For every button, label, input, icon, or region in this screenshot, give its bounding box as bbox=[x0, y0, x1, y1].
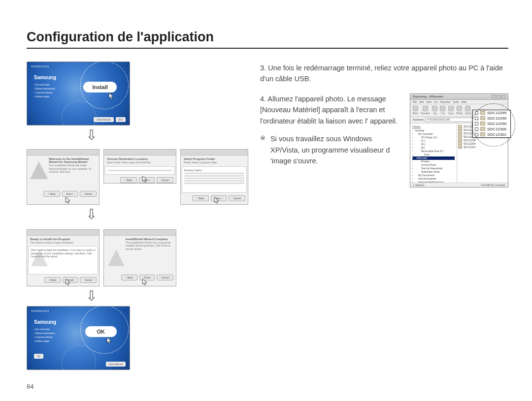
back-button[interactable]: < Back bbox=[120, 177, 136, 183]
toolbar-paste[interactable]: Paste bbox=[456, 106, 463, 115]
wizard-body bbox=[105, 166, 175, 175]
cut-icon bbox=[440, 106, 445, 111]
wizard-triangle-icon bbox=[31, 249, 48, 266]
install-button[interactable]: Install bbox=[83, 82, 117, 93]
content-columns: SAMSUNG Samsung • Do not insert • Setup … bbox=[27, 62, 508, 370]
tree-item[interactable]: My Computer bbox=[412, 132, 455, 136]
minimize-icon[interactable] bbox=[492, 95, 496, 98]
back-button[interactable]: < Back bbox=[43, 191, 60, 197]
step-4-text-block: 4. Allumez l'appareil photo. Le message … bbox=[260, 93, 400, 167]
cancel-button[interactable]: Cancel bbox=[157, 275, 173, 280]
explorer-titlebar: Exploring - 100sscam bbox=[410, 94, 508, 100]
user-manual-button[interactable]: User Manual bbox=[94, 117, 113, 122]
menu-file[interactable]: File bbox=[413, 100, 417, 103]
samsung-logo: SAMSUNG bbox=[31, 309, 49, 312]
down-arrow-icon: ⇩ bbox=[86, 289, 97, 303]
explorer-menubar: File Edit View Go Favorites Tools Help bbox=[410, 100, 508, 104]
menu-edit[interactable]: Edit bbox=[419, 100, 424, 103]
file-row[interactable]: SDC12300 bbox=[458, 142, 507, 146]
cancel-button[interactable]: Cancel bbox=[80, 277, 97, 283]
installer-panel-install: SAMSUNG Samsung • Do not insert • Setup … bbox=[27, 62, 130, 125]
installer-brand: Samsung bbox=[34, 75, 56, 80]
cancel-button[interactable]: Cancel bbox=[157, 177, 173, 183]
tree-item-selected[interactable]: 100sscam bbox=[412, 156, 455, 160]
wizard-program-folder: Select Program Folder Please select a pr… bbox=[180, 149, 248, 205]
toolbar-forward[interactable]: Forward bbox=[421, 106, 430, 115]
checkbox-icon[interactable] bbox=[475, 133, 478, 136]
cancel-button[interactable]: Cancel bbox=[80, 191, 97, 197]
wizard-welcome: Welcome to the InstallShield Wizard for … bbox=[27, 149, 100, 205]
menu-go[interactable]: Go bbox=[434, 100, 438, 103]
cursor-icon bbox=[108, 93, 115, 102]
tree-item[interactable]: Network Neighborhood bbox=[412, 181, 455, 183]
wizard-complete: InstallShield Wizard Complete The Instal… bbox=[103, 229, 176, 287]
menu-tools[interactable]: Tools bbox=[453, 100, 459, 103]
wizard-footer: < Back Install Cancel bbox=[27, 275, 99, 286]
tree-item[interactable]: Dcim bbox=[412, 153, 455, 156]
wizard-titlebar bbox=[104, 230, 176, 236]
status-left: 1 object(s) bbox=[413, 184, 424, 186]
file-icon bbox=[480, 132, 485, 136]
file-icon bbox=[458, 142, 462, 145]
wizard-titlebar bbox=[27, 150, 99, 155]
menu-view[interactable]: View bbox=[426, 100, 432, 103]
user-manual-button[interactable]: User Manual bbox=[106, 362, 126, 367]
checkbox-icon[interactable] bbox=[475, 122, 478, 125]
zoom-file-row[interactable]: SDC12301 bbox=[473, 132, 510, 137]
back-button[interactable]: < Back bbox=[192, 195, 208, 201]
checkbox-icon[interactable] bbox=[475, 117, 478, 120]
tree-item[interactable]: 3½ Floppy (A:) bbox=[412, 136, 455, 139]
toolbar-copy[interactable]: Copy bbox=[448, 106, 454, 115]
file-row[interactable]: SDC12301 bbox=[458, 146, 507, 149]
toolbar-up[interactable]: Up bbox=[432, 106, 437, 115]
cancel-button[interactable]: Cancel bbox=[229, 195, 245, 201]
checkbox-icon[interactable] bbox=[475, 127, 478, 131]
window-controls bbox=[492, 95, 505, 98]
toolbar-cut[interactable]: Cut bbox=[440, 106, 445, 115]
status-right: 4.20 MB My Computer bbox=[481, 184, 505, 186]
exit-button[interactable]: Exit bbox=[116, 117, 126, 122]
paste-icon bbox=[457, 106, 462, 111]
next-button[interactable]: Next > bbox=[62, 191, 78, 197]
tree-item[interactable]: My Documents bbox=[412, 174, 455, 177]
folders-header: Folders bbox=[412, 125, 455, 128]
tree-item[interactable]: Printers bbox=[412, 160, 455, 163]
file-icon bbox=[480, 122, 485, 125]
toolbar-undo[interactable]: Undo bbox=[465, 106, 471, 115]
wizard-body: Existing Folders: bbox=[182, 166, 247, 193]
back-button[interactable]: < Back bbox=[121, 275, 137, 280]
zoom-file-row[interactable]: SDC12295 bbox=[473, 110, 510, 116]
tree-item[interactable]: Control Panel bbox=[412, 163, 455, 167]
tree-item[interactable]: Dial-Up Networking bbox=[412, 167, 455, 170]
tree-item[interactable]: Desktop bbox=[412, 129, 455, 132]
tree-item[interactable]: Scheduled Tasks bbox=[412, 170, 455, 174]
file-icon bbox=[480, 116, 485, 120]
tree-item[interactable]: [C:] bbox=[412, 139, 455, 143]
toolbar-back[interactable]: Back bbox=[413, 106, 418, 115]
back-button[interactable]: < Back bbox=[44, 277, 61, 283]
wizard-destination: Choose Destination Location Select folde… bbox=[103, 149, 176, 184]
wizard-header: Choose Destination Location bbox=[104, 155, 176, 161]
maximize-icon[interactable] bbox=[497, 95, 500, 98]
zoom-file-row[interactable]: SDC12299 bbox=[473, 121, 510, 126]
ok-mini-button[interactable]: OK bbox=[34, 354, 43, 359]
file-row[interactable]: SDC12299 bbox=[458, 139, 507, 142]
wizard-row-1: Welcome to the InstallShield Wizard for … bbox=[27, 149, 248, 205]
zoom-file-row[interactable]: SDC12298 bbox=[473, 116, 510, 121]
note-symbol: ※ bbox=[260, 133, 266, 144]
wizard-subtext: The wizard is ready to begin installatio… bbox=[27, 241, 99, 247]
zoom-file-row[interactable]: SDC12300 bbox=[473, 126, 510, 132]
tree-item[interactable]: [D:] bbox=[412, 143, 455, 146]
installer-brand: Samsung bbox=[34, 319, 56, 325]
menu-favorites[interactable]: Favorites bbox=[440, 100, 451, 103]
close-icon[interactable] bbox=[501, 95, 505, 98]
page-number: 84 bbox=[27, 383, 33, 390]
tree-item[interactable]: Internet Explorer bbox=[412, 177, 455, 181]
cursor-icon bbox=[142, 278, 148, 288]
tree-item[interactable]: [E:] bbox=[412, 146, 455, 150]
ok-button[interactable]: OK bbox=[85, 326, 117, 337]
tree-item[interactable]: Removable Disk (F:) bbox=[412, 150, 455, 153]
down-arrow-icon: ⇩ bbox=[86, 208, 97, 221]
menu-help[interactable]: Help bbox=[462, 100, 466, 103]
checkbox-icon[interactable] bbox=[475, 111, 478, 115]
